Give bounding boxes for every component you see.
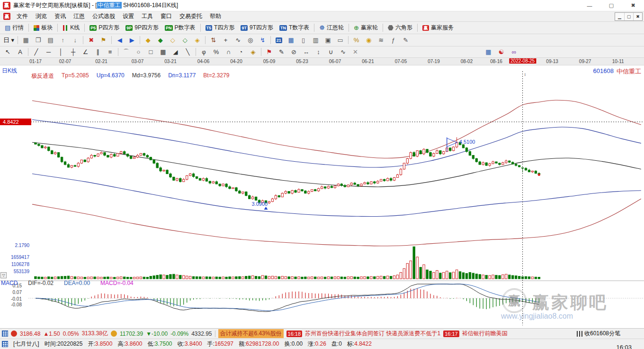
flag-tool-icon[interactable]: ⚑: [263, 47, 275, 57]
formula-icon[interactable]: ƒ: [387, 35, 399, 45]
arc-tool-icon[interactable]: ⌒: [120, 47, 132, 57]
report-panel-icon[interactable]: ▤: [45, 35, 56, 45]
golden-section-tool-icon[interactable]: ◈: [247, 47, 259, 57]
toolbar-button-p-number-table[interactable]: PNP数字表: [162, 23, 198, 33]
menu-9[interactable]: 交易委托: [176, 11, 206, 21]
printer-icon[interactable]: ▭: [334, 35, 346, 45]
speed-line-tool-icon[interactable]: ╲: [182, 47, 194, 57]
toolbar-button-t9-square[interactable]: 9T9T四方形: [238, 23, 276, 33]
circle-tool-icon[interactable]: ○: [133, 47, 144, 57]
menu-7[interactable]: 工具: [138, 11, 157, 21]
quote-board-icon[interactable]: [2, 331, 8, 337]
news-item[interactable]: 裕信银行前瞻美国: [462, 330, 529, 338]
toolbar-button-quotes[interactable]: ▤行情: [2, 23, 27, 33]
step-forward-icon[interactable]: ▶: [126, 35, 138, 45]
menu-5[interactable]: 公式选股: [89, 11, 119, 21]
zoom-icon[interactable]: ◎: [244, 35, 256, 45]
sort-up-icon[interactable]: ↑: [57, 35, 69, 45]
golden-diamond-icon[interactable]: ◆: [142, 35, 154, 45]
angle-tool-icon[interactable]: ∠: [80, 47, 91, 57]
parallel-channel-tool-icon[interactable]: ∥: [92, 47, 104, 57]
menu-3[interactable]: 资讯: [51, 11, 70, 21]
regression-tool-icon[interactable]: ≡: [104, 47, 116, 57]
wave-icon[interactable]: ∿: [232, 35, 244, 45]
notes-icon[interactable]: ✎: [400, 35, 411, 45]
tick-data-link[interactable]: 收601608分笔: [577, 330, 642, 338]
menu-1[interactable]: 文件: [13, 11, 32, 21]
kline-chart-canvas[interactable]: ↕4.51003.09002.1790165941711062785531390…: [0, 65, 644, 328]
toolbar-button-kline[interactable]: K线: [60, 23, 82, 33]
menu-10[interactable]: 帮助: [206, 11, 225, 21]
golden-diamond-hollow-icon[interactable]: ◇: [167, 35, 179, 45]
menu-4[interactable]: 江恩: [70, 11, 89, 21]
swap-arrows-icon[interactable]: ⇅: [207, 35, 219, 45]
close-button[interactable]: ✖: [622, 0, 644, 11]
calendar-21-icon[interactable]: 21: [273, 35, 285, 45]
step-back-icon[interactable]: ◀: [114, 35, 125, 45]
vertical-line-tool-icon[interactable]: │: [55, 47, 67, 57]
delete-icon[interactable]: ✖: [85, 35, 97, 45]
measure-tool-icon[interactable]: ↔: [300, 47, 312, 57]
eraser-tool-icon[interactable]: ⊘: [288, 47, 300, 57]
mdi-close-button[interactable]: ✖: [633, 13, 642, 20]
menu-8[interactable]: 窗口: [157, 11, 176, 21]
flag-marker-icon[interactable]: ⚑: [98, 35, 109, 45]
infinity-icon[interactable]: ∞: [508, 47, 520, 57]
gann-box-tool-icon[interactable]: ▦: [157, 47, 169, 57]
compare-icon[interactable]: ≋: [375, 35, 387, 45]
data-table-icon[interactable]: ▦: [285, 35, 297, 45]
green-diamond-icon[interactable]: ◆: [154, 35, 166, 45]
toolbar-button-sectors[interactable]: 板块: [31, 23, 55, 33]
yinyang-icon[interactable]: ☯: [495, 47, 507, 57]
rectangle-tool-icon[interactable]: □: [145, 47, 157, 57]
save-icon[interactable]: ▣: [322, 35, 334, 45]
mdi-window-controls: ▁▢✖: [615, 12, 643, 21]
cycle-tool-icon[interactable]: ∩: [223, 47, 234, 57]
news-item[interactable]: 苏州首份快递行业集体合同签订 快递员派送费不低于1: [305, 330, 440, 338]
window-split-icon[interactable]: ▦: [20, 35, 32, 45]
quote-grid-icon[interactable]: ▦: [483, 47, 494, 57]
mixed-diamond-icon[interactable]: ◈: [191, 35, 203, 45]
toolbar-button-gann-wheel[interactable]: ☸江恩轮: [316, 23, 347, 33]
text-tool-icon[interactable]: A: [14, 47, 26, 57]
fibonacci-tool-icon[interactable]: φ: [198, 47, 210, 57]
duplicate-window-icon[interactable]: ❐: [32, 35, 44, 45]
grid-report-icon[interactable]: ▥: [310, 35, 322, 45]
lightning-icon[interactable]: ↯: [257, 35, 268, 45]
percent-icon[interactable]: %: [350, 35, 362, 45]
horizontal-line-tool-icon[interactable]: ─: [43, 47, 54, 57]
wave-count-tool-icon[interactable]: ∿: [337, 47, 349, 57]
mdi-restore-button[interactable]: ▢: [624, 13, 633, 20]
mdi-minimize-button[interactable]: ▁: [615, 13, 624, 20]
toolbar-button-winner-service[interactable]: 赢赢家服务: [420, 23, 456, 33]
pane-collapse-button[interactable]: ▽: [0, 272, 7, 278]
menu-6[interactable]: 设置: [119, 11, 138, 21]
delete-drawing-icon[interactable]: ✕: [349, 47, 361, 57]
toolbar-button-p9-square[interactable]: 9P9P四方形: [123, 23, 161, 33]
menu-2[interactable]: 浏览: [32, 11, 51, 21]
toolbar-button-p-square[interactable]: P5P四方形: [87, 23, 122, 33]
trendline-tool-icon[interactable]: ╱: [30, 47, 42, 57]
magnet-tool-icon[interactable]: ∪: [325, 47, 337, 57]
cross-line-tool-icon[interactable]: ┼: [67, 47, 79, 57]
coin-icon[interactable]: ◉: [363, 35, 375, 45]
toolbar-button-t-number-table[interactable]: TNT数字表: [277, 23, 312, 33]
toolbar-button-hexagon[interactable]: 六角形: [385, 23, 415, 33]
gann-fan-tool-icon[interactable]: ◢: [170, 47, 181, 57]
toolbar-button-t-square[interactable]: T5T四方形: [203, 23, 238, 33]
period-daily-dropdown[interactable]: 日 ▾: [2, 35, 16, 45]
time-cycle-tool-icon[interactable]: ◔: [235, 47, 247, 57]
document-icon[interactable]: ▯: [297, 35, 309, 45]
ohlc-field: 低:3.7500: [148, 340, 172, 348]
percent-retrace-tool-icon[interactable]: %: [210, 47, 222, 57]
green-diamond-hollow-icon[interactable]: ◇: [179, 35, 191, 45]
pencil-tool-icon[interactable]: ✎: [276, 47, 287, 57]
sort-down-icon[interactable]: ↓: [69, 35, 81, 45]
crosshair-icon[interactable]: +: [220, 35, 232, 45]
toolbar-button-winner-wheel[interactable]: ⊕赢家轮: [351, 23, 381, 33]
minimize-button[interactable]: —: [579, 0, 600, 11]
maximize-button[interactable]: ▢: [600, 0, 622, 11]
news-item[interactable]: 合计减持不超6.43%股份: [218, 329, 284, 338]
pointer-tool-icon[interactable]: ↖: [2, 47, 14, 57]
updown-measure-tool-icon[interactable]: ↕: [313, 47, 324, 57]
